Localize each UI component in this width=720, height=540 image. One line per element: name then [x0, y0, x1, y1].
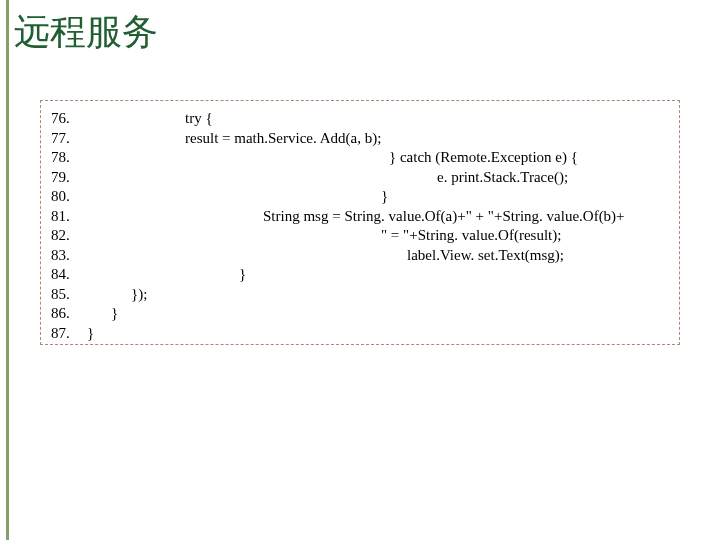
line-number: 78. — [51, 148, 77, 168]
code-text: String msg = String. value.Of(a)+" + "+S… — [77, 207, 625, 227]
code-line: 87. } — [51, 324, 669, 344]
code-line: 82. " = "+String. value.Of(result); — [51, 226, 669, 246]
code-text: } — [77, 265, 246, 285]
code-text: } — [77, 304, 118, 324]
code-text: e. print.Stack.Trace(); — [77, 168, 568, 188]
line-number: 87. — [51, 324, 77, 344]
code-line: 85. }); — [51, 285, 669, 305]
code-line: 80. } — [51, 187, 669, 207]
code-text: " = "+String. value.Of(result); — [77, 226, 561, 246]
line-number: 77. — [51, 129, 77, 149]
line-number: 76. — [51, 109, 77, 129]
code-text: }); — [77, 285, 147, 305]
line-number: 85. — [51, 285, 77, 305]
line-number: 81. — [51, 207, 77, 227]
code-line: 78. } catch (Remote.Exception e) { — [51, 148, 669, 168]
code-line: 83. label.View. set.Text(msg); — [51, 246, 669, 266]
code-line: 86. } — [51, 304, 669, 324]
code-block: 76. try { 77. result = math.Service. Add… — [40, 100, 680, 345]
code-line: 77. result = math.Service. Add(a, b); — [51, 129, 669, 149]
code-line: 81. String msg = String. value.Of(a)+" +… — [51, 207, 669, 227]
code-line: 79. e. print.Stack.Trace(); — [51, 168, 669, 188]
code-text: } — [77, 187, 388, 207]
accent-bar — [6, 0, 9, 540]
line-number: 83. — [51, 246, 77, 266]
code-text: result = math.Service. Add(a, b); — [77, 129, 381, 149]
line-number: 84. — [51, 265, 77, 285]
code-line: 84. } — [51, 265, 669, 285]
line-number: 86. — [51, 304, 77, 324]
code-text: } catch (Remote.Exception e) { — [77, 148, 578, 168]
line-number: 79. — [51, 168, 77, 188]
code-line: 76. try { — [51, 109, 669, 129]
code-text: try { — [77, 109, 213, 129]
code-text: } — [77, 324, 94, 344]
code-text: label.View. set.Text(msg); — [77, 246, 564, 266]
line-number: 80. — [51, 187, 77, 207]
line-number: 82. — [51, 226, 77, 246]
slide-title: 远程服务 — [14, 8, 158, 57]
